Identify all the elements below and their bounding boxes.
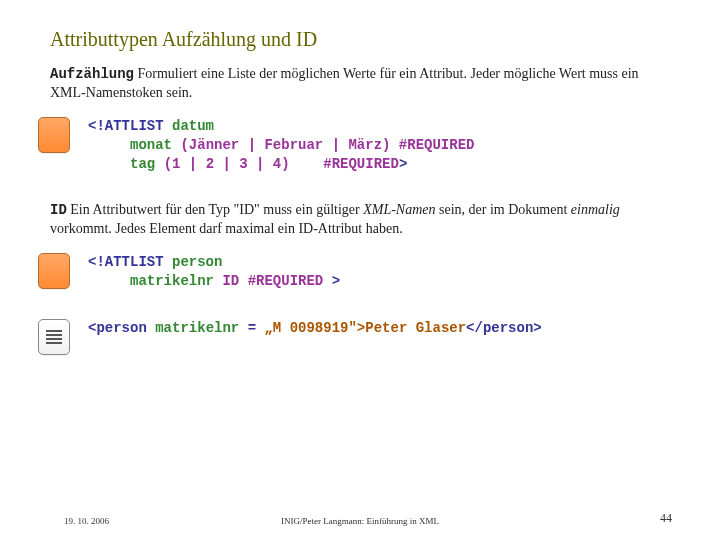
term-aufzaehlung: Aufzählung: [50, 66, 134, 82]
paragraph-id: ID Ein Attributwert für den Typ "ID" mus…: [50, 201, 670, 239]
footer-page-number: 44: [660, 511, 672, 526]
term-id: ID: [50, 202, 67, 218]
code-attlist-datum: <!ATTLIST datum monat (Jänner | Februar …: [88, 117, 474, 174]
paragraph-aufzaehlung: Aufzählung Formuliert eine Liste der mög…: [50, 65, 670, 103]
slide-footer: 19. 10. 2006 INIG/Peter Langmann: Einfüh…: [0, 516, 720, 526]
code-block-person-example: <person matrikelnr = „M 0098919">Peter G…: [38, 319, 670, 355]
code-attlist-person: <!ATTLIST person matrikelnr ID #REQUIRED…: [88, 253, 340, 291]
slide-title: Attributtypen Aufzählung und ID: [50, 28, 670, 51]
code-icon: [38, 253, 70, 289]
code-icon: [38, 117, 70, 153]
code-block-attlist-person: <!ATTLIST person matrikelnr ID #REQUIRED…: [38, 253, 670, 291]
footer-date: 19. 10. 2006: [64, 516, 109, 526]
code-person-example: <person matrikelnr = „M 0098919">Peter G…: [88, 319, 542, 338]
code-block-attlist-datum: <!ATTLIST datum monat (Jänner | Februar …: [38, 117, 670, 174]
p1-text: Formuliert eine Liste der möglichen Wert…: [50, 66, 639, 100]
document-icon: [38, 319, 70, 355]
